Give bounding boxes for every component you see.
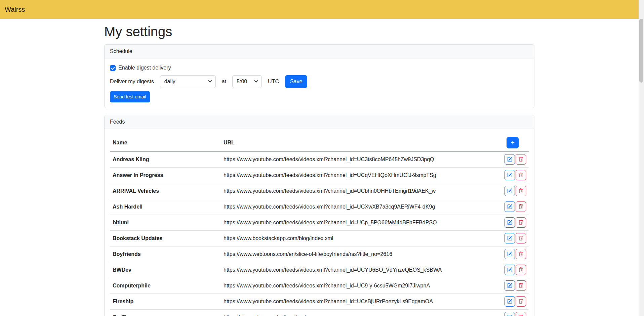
feed-actions: [488, 309, 529, 316]
feeds-card-body: Name URL + Andreas Kling https://www.you…: [105, 129, 534, 316]
edit-feed-button[interactable]: [505, 154, 515, 165]
feed-url: https://www.youtube.com/feeds/videos.xml…: [221, 262, 488, 278]
page-content: Walrss My settings Schedule Enable diges…: [0, 0, 639, 316]
feed-row: Boyfriends https://www.webtoons.com/en/s…: [110, 246, 529, 262]
feed-url: https://www.youtube.com/feeds/videos.xml…: [221, 183, 488, 199]
trash-icon: [518, 204, 523, 209]
delete-feed-button[interactable]: [516, 154, 526, 165]
utc-label: UTC: [268, 79, 279, 85]
edit-feed-button[interactable]: [505, 170, 515, 180]
pencil-square-icon: [507, 173, 512, 178]
schedule-card-body: Enable digest delivery Deliver my digest…: [105, 58, 534, 108]
feeds-card: Feeds Name URL + Andreas Kling: [104, 115, 534, 316]
delete-feed-button[interactable]: [516, 312, 526, 316]
feed-actions-group: [505, 280, 526, 291]
feed-row: bitluni https://www.youtube.com/feeds/vi…: [110, 215, 529, 230]
feeds-table: Name URL + Andreas Kling https://www.you…: [110, 134, 529, 316]
send-test-email-button[interactable]: Send test email: [110, 91, 150, 102]
feed-name: Fireship: [110, 294, 221, 309]
delete-feed-button[interactable]: [516, 296, 526, 307]
feed-name: Go Time: [110, 309, 221, 316]
feed-actions: [488, 294, 529, 309]
feed-actions: [488, 262, 529, 278]
edit-feed-button[interactable]: [505, 312, 515, 316]
save-button[interactable]: Save: [285, 75, 307, 88]
feed-name: Computerphile: [110, 278, 221, 294]
scrollbar-thumb[interactable]: [639, 19, 643, 83]
feed-actions-group: [505, 233, 526, 243]
schedule-card-header: Schedule: [105, 45, 534, 58]
enable-digest-label: Enable digest delivery: [118, 64, 171, 72]
edit-feed-button[interactable]: [505, 233, 515, 243]
delete-feed-button[interactable]: [516, 217, 526, 228]
feed-actions-group: [505, 186, 526, 196]
edit-feed-button[interactable]: [505, 296, 515, 307]
feed-actions: [488, 199, 529, 215]
trash-icon: [518, 220, 523, 225]
edit-feed-button[interactable]: [505, 265, 515, 275]
feed-row: Bookstack Updates https://www.bookstacka…: [110, 230, 529, 246]
trash-icon: [518, 267, 523, 272]
pencil-square-icon: [507, 299, 512, 304]
trash-icon: [518, 252, 523, 257]
delete-feed-button[interactable]: [516, 233, 526, 243]
feed-name: Ash Hardell: [110, 199, 221, 215]
delete-feed-button[interactable]: [516, 186, 526, 196]
pencil-square-icon: [507, 204, 512, 209]
edit-feed-button[interactable]: [505, 217, 515, 228]
pencil-square-icon: [507, 252, 512, 257]
feed-url: https://www.youtube.com/feeds/videos.xml…: [221, 294, 488, 309]
enable-digest-checkbox[interactable]: [110, 65, 116, 71]
time-select[interactable]: 5:00: [232, 75, 262, 88]
column-header-url: URL: [221, 134, 488, 151]
pencil-square-icon: [507, 283, 512, 288]
main-content: My settings Schedule Enable digest deliv…: [104, 19, 534, 316]
feed-url: https://changelog.com/gotime/feed: [221, 309, 488, 316]
add-feed-button[interactable]: +: [507, 137, 519, 148]
feed-actions-group: [505, 296, 526, 307]
top-navbar: Walrss: [0, 0, 639, 19]
page-title: My settings: [104, 24, 534, 40]
pencil-square-icon: [507, 157, 512, 162]
edit-feed-button[interactable]: [505, 201, 515, 212]
feed-row: Answer In Progress https://www.youtube.c…: [110, 167, 529, 183]
feed-row: BWDev https://www.youtube.com/feeds/vide…: [110, 262, 529, 278]
time-value: 5:00: [237, 79, 247, 85]
feed-row: Ash Hardell https://www.youtube.com/feed…: [110, 199, 529, 215]
delete-feed-button[interactable]: [516, 201, 526, 212]
column-header-actions: +: [488, 134, 529, 151]
pencil-square-icon: [507, 267, 512, 272]
feed-row: Go Time https://changelog.com/gotime/fee…: [110, 309, 529, 316]
feed-url: https://www.youtube.com/feeds/videos.xml…: [221, 199, 488, 215]
trash-icon: [518, 299, 523, 304]
feed-url: https://www.youtube.com/feeds/videos.xml…: [221, 215, 488, 230]
trash-icon: [518, 236, 523, 241]
feed-actions-group: [505, 312, 526, 316]
feed-url: https://www.youtube.com/feeds/videos.xml…: [221, 167, 488, 183]
feed-row: Fireship https://www.youtube.com/feeds/v…: [110, 294, 529, 309]
frequency-select[interactable]: daily: [160, 75, 216, 88]
feed-actions: [488, 151, 529, 167]
delete-feed-button[interactable]: [516, 280, 526, 291]
edit-feed-button[interactable]: [505, 249, 515, 259]
at-label: at: [222, 79, 226, 85]
trash-icon: [518, 188, 523, 193]
delete-feed-button[interactable]: [516, 265, 526, 275]
feed-actions: [488, 230, 529, 246]
feed-actions: [488, 167, 529, 183]
deliver-label: Deliver my digests: [110, 79, 154, 85]
edit-feed-button[interactable]: [505, 186, 515, 196]
feed-actions-group: [505, 217, 526, 228]
chevron-down-icon: [208, 79, 212, 83]
test-email-row: Send test email: [110, 91, 529, 102]
column-header-name: Name: [110, 134, 221, 151]
edit-feed-button[interactable]: [505, 280, 515, 291]
feed-name: ARRIVAL Vehicles: [110, 183, 221, 199]
feeds-table-header-row: Name URL +: [110, 134, 529, 151]
vertical-scrollbar[interactable]: [639, 0, 644, 316]
enable-digest-row: Enable digest delivery: [110, 64, 529, 72]
delete-feed-button[interactable]: [516, 249, 526, 259]
feed-name: bitluni: [110, 215, 221, 230]
navbar-brand[interactable]: Walrss: [5, 6, 25, 13]
delete-feed-button[interactable]: [516, 170, 526, 180]
